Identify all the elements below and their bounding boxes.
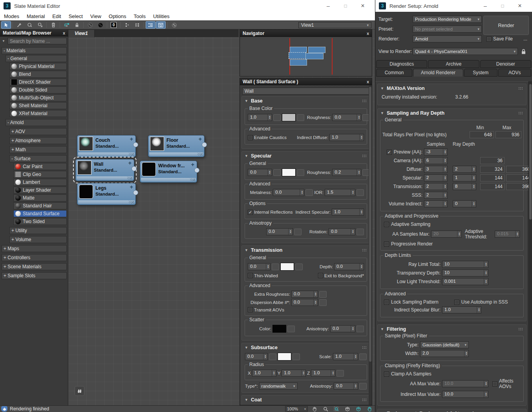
- rotation-spinner[interactable]: 0.0: [329, 228, 355, 235]
- browser-item[interactable]: - Arnold: [5, 119, 67, 126]
- save-file-checkbox[interactable]: [486, 37, 492, 42]
- save-file-browse-button[interactable]: ...: [522, 36, 529, 42]
- rotation-map-button[interactable]: [356, 229, 364, 235]
- rollout-coat-header[interactable]: ▼Coat: [242, 396, 370, 403]
- scatter-color-map-button[interactable]: [287, 326, 295, 332]
- indirect-specular-spinner[interactable]: 1.0: [332, 209, 364, 216]
- show-parameter-panel-icon[interactable]: [146, 21, 155, 29]
- node-resize-grip[interactable]: [77, 176, 133, 180]
- dispersion-spinner[interactable]: 0.0: [291, 299, 318, 306]
- scrollbar-thumb[interactable]: [529, 84, 532, 220]
- browser-item[interactable]: + Scene Materials: [2, 263, 67, 270]
- volume-indirect-samples-spinner[interactable]: 2: [424, 200, 448, 207]
- base-color-map-button[interactable]: [297, 114, 304, 121]
- expand-node-icon[interactable]: +: [130, 136, 133, 142]
- filter-type-dropdown[interactable]: Gaussian (default): [420, 341, 469, 348]
- rollout-base-header[interactable]: ▼Base: [242, 97, 370, 104]
- close-icon[interactable]: x: [367, 79, 369, 84]
- tab-diagnostics[interactable]: Diagnostics: [376, 60, 427, 68]
- browser-item[interactable]: - Surface: [9, 155, 67, 162]
- node-output-socket[interactable]: [133, 190, 138, 195]
- tab-archive[interactable]: Archive: [428, 60, 479, 68]
- browser-item[interactable]: + Controllers: [2, 254, 67, 261]
- indirect-max-value-spinner[interactable]: 10.0: [442, 391, 488, 398]
- browser-item[interactable]: Physical Material: [9, 63, 67, 70]
- node-output-socket[interactable]: [133, 142, 138, 147]
- transmission-weight-map-button[interactable]: [272, 264, 279, 270]
- diffuse-depth-spinner[interactable]: 2: [453, 166, 476, 173]
- drag-grip-icon[interactable]: [362, 398, 367, 402]
- browser-item[interactable]: + Utility: [9, 227, 67, 234]
- extra-roughness-spinner[interactable]: 0.0: [291, 291, 318, 298]
- radius-z-spinner[interactable]: 1.0: [311, 370, 335, 377]
- aa-max-value-spinner[interactable]: 10.0: [442, 380, 488, 387]
- view-to-render-dropdown[interactable]: Quad 4 - PhysCamera001: [413, 48, 518, 55]
- base-weight-map-button[interactable]: [273, 114, 281, 121]
- render-preview-icon[interactable]: [169, 21, 179, 29]
- menu-tools[interactable]: Tools: [134, 13, 146, 19]
- layout-children-icon[interactable]: [132, 21, 142, 29]
- browser-item[interactable]: Clip Geo: [13, 171, 67, 178]
- drag-grip-icon[interactable]: [518, 112, 523, 115]
- browser-item[interactable]: + Volume: [9, 236, 67, 243]
- show-background-icon[interactable]: 0: [109, 21, 119, 29]
- ior-spinner[interactable]: 1.5: [325, 189, 355, 196]
- render-button[interactable]: Render: [483, 16, 529, 35]
- tab-denoiser[interactable]: Denoiser: [480, 60, 531, 68]
- material-name-input[interactable]: Wall: [242, 88, 369, 95]
- pan-hand-icon[interactable]: [310, 406, 319, 412]
- transmission-weight-spinner[interactable]: 0.0: [248, 263, 271, 270]
- subsurface-color-swatch[interactable]: [278, 353, 291, 361]
- enable-caustics-checkbox[interactable]: [248, 135, 253, 140]
- transparency-depth-spinner[interactable]: 10: [442, 269, 488, 276]
- browser-item[interactable]: Standard Hair: [13, 202, 67, 209]
- base-weight-spinner[interactable]: 1.0: [248, 114, 272, 121]
- filter-width-spinner[interactable]: 2.0: [420, 350, 469, 357]
- subsurface-weight-map-button[interactable]: [269, 353, 276, 360]
- transmission-color-swatch[interactable]: [280, 263, 294, 271]
- browser-item[interactable]: Layer Shader: [13, 187, 67, 194]
- expand-node-icon[interactable]: +: [191, 161, 194, 168]
- show-navigator-icon[interactable]: [156, 21, 166, 29]
- browser-item[interactable]: + Sample Slots: [2, 272, 67, 279]
- node-resize-grip[interactable]: [149, 152, 203, 156]
- specular-color-map-button[interactable]: [297, 169, 304, 176]
- scale-spinner[interactable]: 1.0: [333, 353, 358, 360]
- parameter-scrollbar[interactable]: [369, 85, 372, 405]
- expand-node-icon[interactable]: +: [128, 160, 132, 166]
- maximize-button[interactable]: □: [494, 0, 511, 11]
- transmission-depth-spinner[interactable]: 8: [453, 183, 476, 190]
- subsurface-color-map-button[interactable]: [293, 353, 300, 360]
- scatter-anisotropy-spinner[interactable]: 0.0: [330, 325, 355, 332]
- thin-walled-checkbox[interactable]: [248, 273, 253, 278]
- metalness-map-button[interactable]: [305, 189, 313, 196]
- specular-roughness-spinner[interactable]: 0.2: [332, 169, 361, 176]
- material-node-wall[interactable]: Wall Standard... +: [75, 159, 134, 181]
- transmit-aovs-checkbox[interactable]: [248, 307, 253, 312]
- browser-item[interactable]: XRef Material: [9, 110, 67, 117]
- rollout-transmission-header[interactable]: ▼Transmission: [242, 246, 370, 254]
- browser-item[interactable]: + Maps: [2, 245, 67, 252]
- clamp-aa-samples-checkbox[interactable]: [384, 372, 389, 377]
- preview-aa-checkbox[interactable]: [387, 150, 392, 155]
- node-resize-grip[interactable]: [78, 152, 135, 156]
- sss-anisotropy-spinner[interactable]: 0.0: [334, 383, 358, 390]
- browser-item[interactable]: + AOV: [9, 128, 67, 135]
- navigator-minimap[interactable]: [240, 37, 371, 76]
- diffuse-samples-spinner[interactable]: 3: [424, 166, 448, 173]
- preview-aa-spinner[interactable]: -3: [424, 148, 448, 156]
- sss-anisotropy-map-button[interactable]: [359, 383, 367, 390]
- material-node-couch[interactable]: Couch Standard... +: [77, 135, 136, 157]
- indirect-specular-blur-spinner[interactable]: 1.0: [442, 306, 481, 313]
- browser-item[interactable]: Double Sided: [9, 86, 67, 93]
- base-color-swatch[interactable]: [282, 114, 296, 121]
- internal-reflections-checkbox[interactable]: [248, 210, 253, 215]
- browser-item[interactable]: + Atmosphere: [9, 137, 67, 144]
- ior-map-button[interactable]: [356, 189, 364, 196]
- drag-grip-icon[interactable]: [362, 346, 367, 350]
- node-output-socket[interactable]: [132, 166, 137, 171]
- sss-type-dropdown[interactable]: randomwalk: [259, 383, 298, 390]
- use-autobump-checkbox[interactable]: [454, 300, 459, 305]
- drag-grip-icon[interactable]: [362, 154, 367, 158]
- indirect-diffuse-spinner[interactable]: 1.0: [329, 134, 364, 141]
